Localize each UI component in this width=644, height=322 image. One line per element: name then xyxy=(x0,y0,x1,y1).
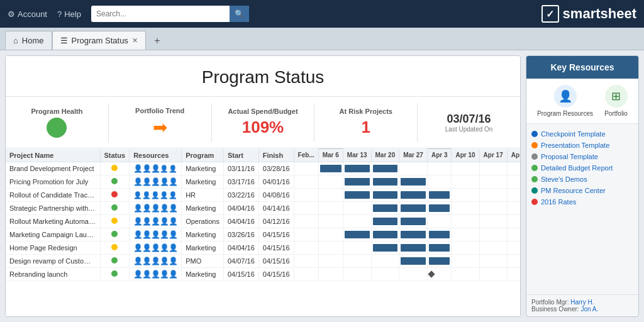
people-empty: 👤👤 xyxy=(160,165,177,172)
program-resources-icon-item[interactable]: 👤 Program Resources xyxy=(537,85,593,117)
people-filled: 👤👤👤 xyxy=(133,164,160,173)
cell-gantt xyxy=(318,267,343,280)
cell-project-name: Design revamp of Customer Support Page xyxy=(6,254,100,267)
table-row[interactable]: Pricing Promotion for July👤👤👤👤👤Marketing… xyxy=(6,175,520,188)
cell-finish: 04/15/16 xyxy=(258,267,294,280)
cell-status xyxy=(100,254,130,267)
cell-gantt xyxy=(343,228,371,241)
link-presentation[interactable]: Presentation Template xyxy=(531,140,633,150)
table-row[interactable]: Rollout of Candidate Tracking System👤👤👤👤… xyxy=(6,188,520,201)
resource-icons-row: 👤 Program Resources ⊞ Portfolio xyxy=(526,79,638,124)
table-row[interactable]: Design revamp of Customer Support Page👤👤… xyxy=(6,254,520,267)
program-resources-icon: 👤 xyxy=(554,85,577,108)
cell-program: Marketing xyxy=(182,175,224,188)
cell-program: Operations xyxy=(182,214,224,228)
table-row[interactable]: Brand Development Project👤👤👤👤👤Marketing0… xyxy=(6,162,520,175)
metric-spend: Actual Spend/Budget 109% xyxy=(212,103,315,142)
col-apr10: Apr 10 xyxy=(452,149,479,162)
metric-date: 03/07/16 Last Updated On xyxy=(418,103,520,142)
col-resources: Resources xyxy=(130,149,182,162)
cell-gantt xyxy=(427,241,452,254)
table-row[interactable]: Marketing Campaign Launch👤👤👤👤👤Marketing0… xyxy=(6,228,520,241)
budget-dot xyxy=(531,165,538,171)
table-row[interactable]: Strategic Partnership with Tyrell Corp👤👤… xyxy=(6,201,520,214)
mgr-link[interactable]: Harry H. xyxy=(570,299,594,306)
cell-status xyxy=(100,228,130,241)
owner-info: Business Owner: Jon A. xyxy=(531,306,633,313)
cell-gantt xyxy=(371,201,399,214)
home-icon: ⌂ xyxy=(13,36,18,45)
link-rates[interactable]: 2016 Rates xyxy=(531,197,633,207)
cell-gantt xyxy=(452,162,479,175)
link-proposal[interactable]: Proposal Template xyxy=(531,152,633,162)
cell-gantt xyxy=(427,201,452,214)
owner-link[interactable]: Jon A. xyxy=(580,306,598,313)
cell-gantt xyxy=(294,267,318,280)
help-menu[interactable]: ? Help xyxy=(57,9,81,19)
cell-gantt xyxy=(452,175,479,188)
cell-status xyxy=(100,201,130,214)
cell-gantt xyxy=(318,175,343,188)
health-indicator xyxy=(47,118,67,138)
proposal-label: Proposal Template xyxy=(541,153,598,160)
link-pm-resource[interactable]: PM Resource Center xyxy=(531,186,633,196)
proposal-dot xyxy=(531,153,538,160)
tab-add-button[interactable]: + xyxy=(148,32,166,50)
help-icon: ? xyxy=(57,9,62,19)
cell-program: Marketing xyxy=(182,228,224,241)
search-input[interactable] xyxy=(91,9,230,18)
logo-text: smartsheet xyxy=(563,6,636,22)
home-label: Home xyxy=(22,36,44,45)
trend-label: Portfolio Trend xyxy=(135,107,184,114)
col-status: Status xyxy=(100,149,130,162)
people-filled: 👤👤👤👤👤 xyxy=(133,257,177,265)
spend-value: 109% xyxy=(242,118,284,137)
risk-label: At Risk Projects xyxy=(340,108,392,115)
col-ap: Ap xyxy=(507,149,520,162)
brand-light: sheet xyxy=(601,6,636,21)
cell-gantt xyxy=(343,188,371,201)
gantt-bar xyxy=(373,244,398,252)
col-feb: Feb... xyxy=(294,149,318,162)
link-checkpoint[interactable]: Checkpoint Template xyxy=(531,129,633,139)
status-dot xyxy=(111,218,118,224)
status-dot xyxy=(111,244,118,250)
table-row[interactable]: Home Page Redesign👤👤👤👤👤Marketing04/04/16… xyxy=(6,241,520,254)
cell-gantt xyxy=(507,228,520,241)
spend-label: Actual Spend/Budget xyxy=(228,108,297,115)
cell-project-name: Brand Development Project xyxy=(6,162,100,175)
tab-program-status[interactable]: ☰ Program Status ✕ xyxy=(52,31,146,50)
cell-start: 03/26/16 xyxy=(223,228,258,241)
gantt-bar xyxy=(345,178,370,186)
link-steves-demos[interactable]: Steve's Demos xyxy=(531,174,633,184)
cell-gantt xyxy=(427,214,452,228)
metric-risk: At Risk Projects 1 xyxy=(314,103,418,142)
cell-project-name: Rebranding launch xyxy=(6,267,100,280)
table-row[interactable]: Rebranding launch👤👤👤👤👤Marketing04/15/160… xyxy=(6,267,520,280)
metric-health: Program Health xyxy=(6,103,109,142)
tab-collapse-icon: ☰ xyxy=(60,36,68,45)
table-row[interactable]: Rollout Marketing Automation System👤👤👤👤👤… xyxy=(6,214,520,228)
cell-gantt xyxy=(479,267,507,280)
search-button[interactable]: 🔍 xyxy=(230,6,249,22)
gantt-bar xyxy=(401,218,426,225)
cell-gantt xyxy=(399,254,428,267)
account-menu[interactable]: ⚙ Account xyxy=(8,9,47,19)
portfolio-icon-item[interactable]: ⊞ Portfolio xyxy=(604,85,628,117)
status-dot xyxy=(111,204,118,211)
gantt-bar xyxy=(345,231,370,238)
col-mar20: Mar 20 xyxy=(371,149,399,162)
gantt-bar xyxy=(401,204,426,212)
status-dot xyxy=(111,191,118,197)
cell-program: Marketing xyxy=(182,162,224,175)
link-budget[interactable]: Detailed Budget Report xyxy=(531,163,633,173)
date-value: 03/07/16 xyxy=(447,113,491,126)
gantt-bar xyxy=(429,204,450,212)
tab-home[interactable]: ⌂ Home xyxy=(5,31,52,50)
cell-gantt xyxy=(452,241,479,254)
cell-gantt xyxy=(343,241,371,254)
tab-bar: ⌂ Home ☰ Program Status ✕ + xyxy=(0,28,644,50)
status-dot xyxy=(111,257,118,264)
account-label: Account xyxy=(18,9,47,19)
tab-close-button[interactable]: ✕ xyxy=(132,36,138,45)
